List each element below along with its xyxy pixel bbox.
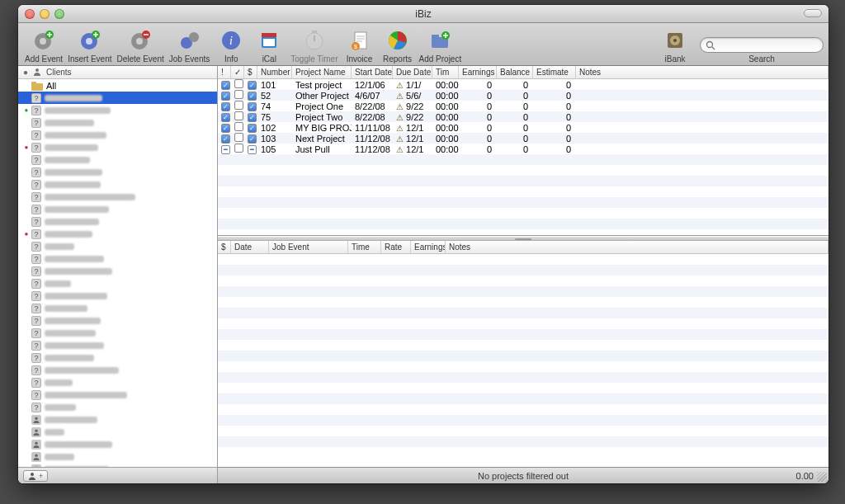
checkbox-icon[interactable] xyxy=(234,101,243,110)
col-ev-job[interactable]: Job Event xyxy=(269,241,348,253)
sidebar-item-client[interactable]: ●? xyxy=(18,104,217,116)
checkbox-icon[interactable] xyxy=(248,102,257,111)
delete-event-button[interactable]: Delete Event xyxy=(116,27,166,64)
sidebar-item-client[interactable]: ? xyxy=(18,401,217,413)
sidebar-item-client[interactable]: ? xyxy=(18,389,217,401)
info-button[interactable]: i Info xyxy=(213,27,249,64)
checkbox-icon[interactable] xyxy=(234,79,243,88)
checkbox-icon[interactable] xyxy=(248,145,257,154)
sidebar-item-client[interactable]: ? xyxy=(18,265,217,277)
sidebar-item-client[interactable]: ? xyxy=(18,178,217,191)
col-start-date[interactable]: Start Date xyxy=(352,66,393,78)
col-estimate[interactable]: Estimate xyxy=(533,66,576,78)
checkbox-icon[interactable] xyxy=(234,122,243,131)
checkbox-icon[interactable] xyxy=(234,133,243,142)
checkbox-icon[interactable] xyxy=(234,144,243,153)
sidebar-item-client[interactable]: ? xyxy=(18,129,217,141)
sidebar-item-client[interactable]: ●? xyxy=(18,141,217,153)
col-balance[interactable]: Balance xyxy=(497,66,533,78)
titlebar-pill[interactable] xyxy=(804,9,822,17)
sidebar-item-client[interactable]: ? xyxy=(18,203,217,215)
sidebar-item-client[interactable]: ? xyxy=(18,215,217,228)
checkbox-icon[interactable] xyxy=(221,134,230,144)
reports-button[interactable]: Reports xyxy=(380,27,416,64)
sidebar-list[interactable]: All?●???●???????●??????????????? xyxy=(18,79,217,467)
checkbox-icon[interactable] xyxy=(221,81,230,90)
checkbox-icon[interactable] xyxy=(221,145,230,154)
sidebar-item-client[interactable] xyxy=(18,413,217,426)
resize-grip-icon[interactable] xyxy=(817,472,827,482)
sidebar-item-client[interactable]: ? xyxy=(18,252,217,265)
sidebar-item-all[interactable]: All xyxy=(18,79,217,92)
col-dollar[interactable]: $ xyxy=(244,66,257,78)
table-row[interactable]: 105Just Pull11/12/08⚠ 12/100:00000 xyxy=(218,144,828,154)
sidebar-item-client[interactable]: ? xyxy=(18,327,217,339)
table-row[interactable]: 103Next Project11/12/08⚠ 12/100:00000 xyxy=(218,133,828,144)
table-row[interactable]: 75Project Two8/22/08⚠ 9/2200:00000 xyxy=(218,111,828,122)
insert-event-button[interactable]: Insert Event xyxy=(66,27,113,64)
ical-button[interactable]: iCal xyxy=(251,27,287,64)
col-project-name[interactable]: Project Name xyxy=(292,66,352,78)
job-events-button[interactable]: Job Events xyxy=(168,27,211,64)
col-due-date[interactable]: Due Date xyxy=(393,66,432,78)
add-project-button[interactable]: Add Project xyxy=(418,27,464,64)
col-ev-time[interactable]: Time xyxy=(348,241,381,253)
add-client-button[interactable]: + xyxy=(23,470,48,482)
col-time[interactable]: Tim xyxy=(432,66,459,78)
search-field[interactable] xyxy=(719,40,828,50)
sidebar-item-client[interactable]: ? xyxy=(18,153,217,166)
projects-body[interactable]: 101Test project12/1/06⚠ 1/1/00:0000052Ot… xyxy=(218,79,828,235)
sidebar-item-client[interactable]: ●? xyxy=(18,228,217,240)
col-ev-date[interactable]: Date xyxy=(231,241,269,253)
sidebar-item-client[interactable]: ? xyxy=(18,339,217,351)
sidebar-item-client[interactable]: ? xyxy=(18,364,217,376)
sidebar-item-client[interactable] xyxy=(18,426,217,438)
checkbox-icon[interactable] xyxy=(221,102,230,111)
col-notes[interactable]: Notes xyxy=(576,66,828,78)
sidebar-header[interactable]: ● Clients xyxy=(18,66,217,79)
sidebar-item-client[interactable]: ? xyxy=(18,290,217,302)
sidebar-item-client[interactable]: ? xyxy=(18,191,217,203)
table-row[interactable]: 102MY BIG PROJE11/11/08⚠ 12/100:00000 xyxy=(218,122,828,133)
checkbox-icon[interactable] xyxy=(234,90,243,99)
events-body[interactable] xyxy=(218,254,828,467)
invoice-button[interactable]: $ Invoice xyxy=(342,27,378,64)
table-row[interactable]: 101Test project12/1/06⚠ 1/1/00:00000 xyxy=(218,79,828,90)
sidebar-item-client[interactable] xyxy=(18,438,217,450)
checkbox-icon[interactable] xyxy=(248,113,257,122)
col-status[interactable]: ! xyxy=(218,66,231,78)
col-ev-earnings[interactable]: Earnings xyxy=(411,241,446,253)
checkbox-icon[interactable] xyxy=(248,134,257,144)
col-ev-rate[interactable]: Rate xyxy=(381,241,411,253)
checkbox-icon[interactable] xyxy=(248,124,257,133)
checkbox-icon[interactable] xyxy=(248,81,257,90)
table-row[interactable]: 74Project One8/22/08⚠ 9/2200:00000 xyxy=(218,101,828,111)
sidebar-item-client[interactable]: ? xyxy=(18,116,217,129)
toggle-timer-button[interactable]: Toggle Timer xyxy=(289,27,339,64)
col-earnings[interactable]: Earnings xyxy=(459,66,497,78)
checkbox-icon[interactable] xyxy=(221,92,230,101)
checkbox-icon[interactable] xyxy=(248,92,257,101)
projects-header[interactable]: ! ✓ $ Number Project Name Start Date Due… xyxy=(218,66,828,79)
add-event-button[interactable]: Add Event xyxy=(23,27,64,64)
sidebar-item-client[interactable]: ? xyxy=(18,92,217,104)
checkbox-icon[interactable] xyxy=(221,124,230,133)
sidebar-item-client[interactable]: ? xyxy=(18,277,217,290)
sidebar-item-client[interactable]: ? xyxy=(18,240,217,252)
col-number[interactable]: Number xyxy=(257,66,292,78)
checkbox-icon[interactable] xyxy=(234,111,243,120)
sidebar-item-client[interactable]: ? xyxy=(18,314,217,327)
splitter-handle[interactable] xyxy=(218,236,828,241)
sidebar-item-client[interactable]: ? xyxy=(18,166,217,178)
sidebar-item-client[interactable] xyxy=(18,450,217,463)
checkbox-icon[interactable] xyxy=(221,113,230,122)
col-ev-notes[interactable]: Notes xyxy=(446,241,828,253)
col-check[interactable]: ✓ xyxy=(231,66,244,78)
table-row[interactable]: 52Other Project4/6/07⚠ 5/6/00:00000 xyxy=(218,90,828,101)
sidebar-item-client[interactable]: ? xyxy=(18,302,217,314)
sidebar-item-client[interactable]: ? xyxy=(18,376,217,389)
col-ev-dollar[interactable]: $ xyxy=(218,241,231,253)
search-input[interactable] xyxy=(700,37,824,53)
sidebar-item-client[interactable]: ? xyxy=(18,351,217,364)
events-header[interactable]: $ Date Job Event Time Rate Earnings Note… xyxy=(218,241,828,254)
